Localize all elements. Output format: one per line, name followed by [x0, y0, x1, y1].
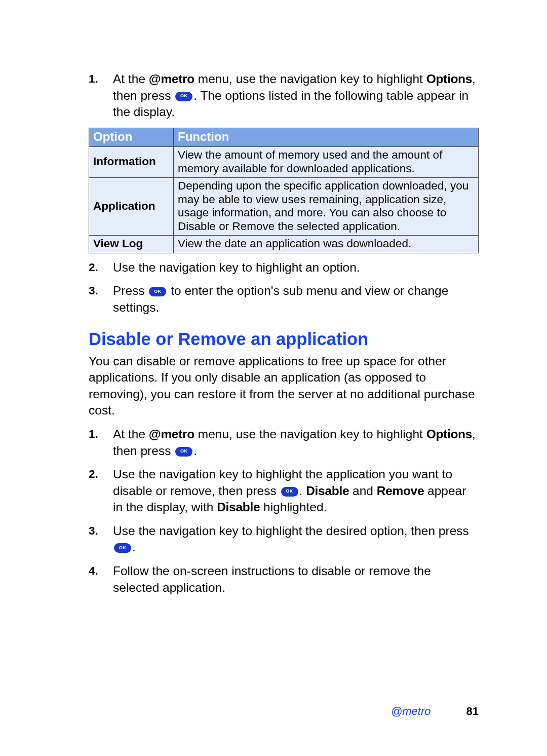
step-number: 3. — [89, 523, 98, 539]
step-number: 1. — [89, 427, 98, 442]
options-label: Options — [426, 72, 472, 86]
step-b1: 1. At the @metro menu, use the navigatio… — [89, 426, 479, 459]
step-number: 2. — [89, 260, 98, 275]
function-cell: View the date an application was downloa… — [174, 236, 479, 253]
table-row: Information View the amount of memory us… — [89, 147, 479, 178]
footer-section: @metro — [391, 705, 431, 717]
step-b4: 4. Follow the on-screen instructions to … — [89, 563, 479, 596]
step-text: Press — [113, 284, 148, 297]
disable-label: Disable — [306, 484, 349, 498]
option-cell: View Log — [89, 236, 174, 253]
table-header-row: Option Function — [89, 128, 479, 146]
ok-key-icon — [175, 447, 192, 457]
section-heading: Disable or Remove an application — [89, 329, 479, 349]
step-text: Follow the on-screen instructions to dis… — [113, 564, 431, 594]
brand-name: @metro — [149, 72, 194, 86]
step-number: 4. — [89, 563, 98, 579]
table-row: View Log View the date an application wa… — [89, 236, 479, 253]
page-footer: @metro81 — [391, 705, 479, 718]
ok-key-icon — [175, 92, 192, 101]
step-number: 1. — [89, 71, 98, 87]
step-number: 3. — [89, 283, 98, 298]
step-text: menu, use the navigation key to highligh… — [194, 427, 426, 441]
step-text: At the — [113, 427, 149, 441]
ok-key-icon — [114, 543, 131, 553]
ok-key-icon — [281, 487, 298, 497]
step-text: . — [193, 444, 197, 458]
options-label: Options — [426, 427, 472, 441]
function-cell: View the amount of memory used and the a… — [174, 147, 479, 178]
step-text: Use the navigation key to highlight the … — [113, 524, 469, 538]
table-row: Application Depending upon the specific … — [89, 178, 479, 236]
step-a2: 2. Use the navigation key to highlight a… — [89, 259, 479, 276]
steps-list-a: 1. At the @metro menu, use the navigatio… — [89, 71, 479, 121]
ok-key-icon — [149, 287, 166, 296]
footer-page-number: 81 — [466, 705, 479, 717]
step-b3: 3. Use the navigation key to highlight t… — [89, 523, 479, 556]
step-a1: 1. At the @metro menu, use the navigatio… — [89, 71, 479, 121]
step-text: and — [349, 484, 377, 498]
option-cell: Application — [89, 178, 174, 236]
step-b2: 2. Use the navigation key to highlight t… — [89, 466, 479, 516]
step-a3: 3. Press to enter the option's sub menu … — [89, 283, 479, 316]
col-option: Option — [89, 128, 174, 146]
steps-list-b: 1. At the @metro menu, use the navigatio… — [89, 426, 479, 596]
remove-label: Remove — [377, 484, 424, 498]
step-text: At the — [113, 72, 149, 86]
step-number: 2. — [89, 467, 98, 482]
function-cell: Depending upon the specific application … — [174, 178, 479, 236]
manual-page: 1. At the @metro menu, use the navigatio… — [0, 0, 547, 756]
col-function: Function — [174, 128, 479, 146]
options-table: Option Function Information View the amo… — [89, 128, 479, 253]
disable-label: Disable — [217, 500, 260, 514]
steps-list-a-cont: 2. Use the navigation key to highlight a… — [89, 259, 479, 316]
option-cell: Information — [89, 147, 174, 178]
section-intro: You can disable or remove applications t… — [89, 353, 479, 419]
step-text: menu, use the navigation key to highligh… — [194, 72, 426, 86]
step-text: Use the navigation key to highlight an o… — [113, 260, 360, 274]
brand-name: @metro — [149, 427, 194, 441]
step-text: highlighted. — [260, 500, 327, 514]
step-text: . — [132, 540, 136, 554]
step-text: . — [299, 484, 306, 498]
